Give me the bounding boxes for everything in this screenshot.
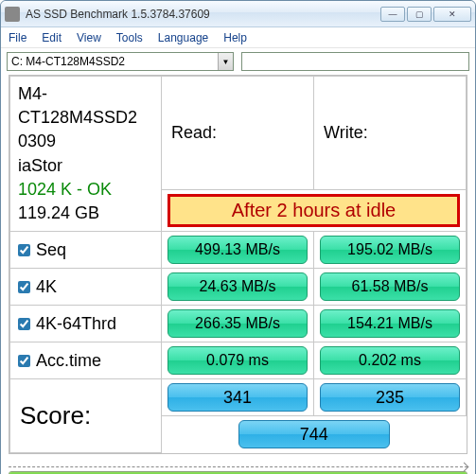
menu-language[interactable]: Language <box>158 31 208 44</box>
info-size: 119.24 GB <box>18 202 153 225</box>
menubar: File Edit View Tools Language Help <box>1 27 475 48</box>
score-label: Score: <box>10 379 162 453</box>
seq-write: 195.02 MB/s <box>320 236 460 264</box>
drive-select-value: C: M4-CT128M4SSD2 <box>11 55 125 68</box>
acc-label: Acc.time <box>36 351 101 370</box>
separator <box>9 460 467 467</box>
4k-label: 4K <box>36 277 57 296</box>
app-icon <box>5 7 20 22</box>
menu-edit[interactable]: Edit <box>42 31 62 44</box>
seq-label: Seq <box>36 240 66 259</box>
drive-select[interactable]: C: M4-CT128M4SSD2 ▼ <box>7 52 234 71</box>
seq-read: 499.13 MB/s <box>167 236 308 264</box>
toolbar: C: M4-CT128M4SSD2 ▼ <box>1 48 475 75</box>
drive-info: M4-CT128M4SSD2 0309 iaStor 1024 K - OK 1… <box>10 77 162 232</box>
results-panel: M4-CT128M4SSD2 0309 iaStor 1024 K - OK 1… <box>9 75 467 454</box>
progress-bar <box>9 471 467 474</box>
window-title: AS SSD Benchmark 1.5.3784.37609 <box>26 8 380 21</box>
chevron-down-icon: ▼ <box>218 53 233 70</box>
header-read: Read: <box>162 77 314 190</box>
score-read: 341 <box>167 383 308 412</box>
menu-file[interactable]: File <box>9 31 26 44</box>
info-driver: iaStor <box>18 154 153 178</box>
acc-write: 0.202 ms <box>320 346 460 375</box>
4k64-read: 266.35 MB/s <box>167 309 308 338</box>
4k-write: 61.58 MB/s <box>320 272 460 301</box>
titlebar[interactable]: AS SSD Benchmark 1.5.3784.37609 — ▢ ✕ <box>1 1 475 27</box>
annotation-banner: After 2 hours at idle <box>162 190 467 232</box>
4k-read: 24.63 MB/s <box>167 272 308 301</box>
menu-view[interactable]: View <box>77 31 101 44</box>
4k64-checkbox[interactable] <box>18 318 30 330</box>
4k-checkbox[interactable] <box>18 281 30 293</box>
4k64-label: 4K-64Thrd <box>36 314 116 333</box>
info-model: M4-CT128M4SSD2 <box>18 82 153 130</box>
minimize-button[interactable]: — <box>380 7 405 22</box>
app-window: AS SSD Benchmark 1.5.3784.37609 — ▢ ✕ Fi… <box>0 0 476 474</box>
header-write: Write: <box>314 77 467 190</box>
acc-checkbox[interactable] <box>18 355 30 367</box>
close-button[interactable]: ✕ <box>433 7 471 22</box>
menu-tools[interactable]: Tools <box>116 31 143 44</box>
score-write: 235 <box>320 383 460 412</box>
info-alignment: 1024 K - OK <box>18 178 153 202</box>
score-total: 744 <box>238 420 390 448</box>
annotation-text: After 2 hours at idle <box>167 194 460 227</box>
acc-read: 0.079 ms <box>167 346 308 375</box>
path-input[interactable] <box>241 52 469 71</box>
info-firmware: 0309 <box>18 130 153 153</box>
maximize-button[interactable]: ▢ <box>407 7 432 22</box>
menu-help[interactable]: Help <box>223 31 247 44</box>
4k64-write: 154.21 MB/s <box>320 309 460 338</box>
seq-checkbox[interactable] <box>18 244 30 256</box>
